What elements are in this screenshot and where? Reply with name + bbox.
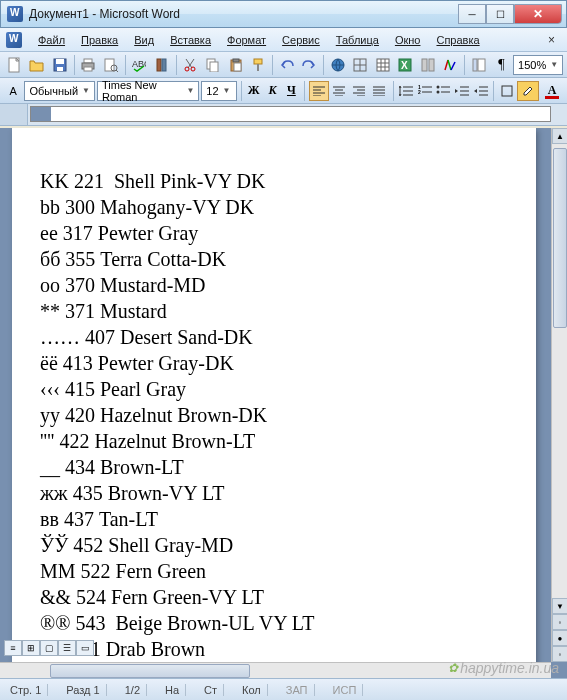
open-icon[interactable] xyxy=(27,54,49,76)
menu-view[interactable]: Вид xyxy=(126,31,162,49)
cut-icon[interactable] xyxy=(180,54,202,76)
borders-button[interactable] xyxy=(498,81,515,101)
menu-help[interactable]: Справка xyxy=(428,31,487,49)
bold-button[interactable]: Ж xyxy=(245,81,262,101)
excel-icon[interactable]: X xyxy=(394,54,416,76)
document-line[interactable]: …… 407 Desert Sand-DK xyxy=(40,324,508,350)
hscroll-thumb[interactable] xyxy=(50,664,250,678)
align-justify-button[interactable] xyxy=(369,81,389,101)
drawing-icon[interactable] xyxy=(439,54,461,76)
browse-object-button[interactable]: ● xyxy=(552,630,567,646)
document-close-button[interactable]: × xyxy=(542,33,561,47)
document-line[interactable]: вв 437 Tan-LT xyxy=(40,506,508,532)
document-line[interactable]: yy 420 Hazelnut Brown-DK xyxy=(40,402,508,428)
align-left-button[interactable] xyxy=(309,81,329,101)
align-right-button[interactable] xyxy=(349,81,369,101)
numbered-list-button[interactable]: 12 xyxy=(416,81,433,101)
print-layout-button[interactable]: ▢ xyxy=(40,640,58,656)
browse-prev-button[interactable]: ◦ xyxy=(552,614,567,630)
web-view-button[interactable]: ⊞ xyxy=(22,640,40,656)
menu-window[interactable]: Окно xyxy=(387,31,429,49)
columns-icon[interactable] xyxy=(417,54,439,76)
styles-icon[interactable]: A xyxy=(4,80,22,102)
new-document-icon[interactable] xyxy=(4,54,26,76)
format-painter-icon[interactable] xyxy=(247,54,269,76)
document-line[interactable]: && 524 Fern Green-VY LT xyxy=(40,584,508,610)
document-line[interactable]: ‹‹‹ 415 Pearl Gray xyxy=(40,376,508,402)
menu-table[interactable]: Таблица xyxy=(328,31,387,49)
status-section: Разд 1 xyxy=(60,684,106,696)
scroll-down-button[interactable]: ▼ xyxy=(552,598,567,614)
document-line[interactable]: ЎЎ 452 Shell Gray-MD xyxy=(40,532,508,558)
menu-insert[interactable]: Вставка xyxy=(162,31,219,49)
word-icon[interactable] xyxy=(6,32,22,48)
minimize-button[interactable]: ─ xyxy=(458,4,486,24)
font-color-button[interactable]: A xyxy=(541,81,563,101)
research-icon[interactable] xyxy=(151,54,173,76)
menu-format[interactable]: Формат xyxy=(219,31,274,49)
font-dropdown[interactable]: Times New Roman ▼ xyxy=(97,81,199,101)
separator xyxy=(176,55,177,75)
scroll-up-button[interactable]: ▲ xyxy=(552,128,567,144)
menu-edit[interactable]: Правка xyxy=(73,31,126,49)
document-page[interactable]: KK 221 Shell Pink-VY DKbb 300 Mahogany-V… xyxy=(12,128,536,662)
document-map-icon[interactable] xyxy=(468,54,490,76)
document-area: KK 221 Shell Pink-VY DKbb 300 Mahogany-V… xyxy=(0,128,567,678)
vertical-scrollbar[interactable]: ▲ ▼ ◦ ● ◦ xyxy=(551,128,567,662)
maximize-button[interactable]: ☐ xyxy=(486,4,514,24)
window-titlebar: Документ1 - Microsoft Word ─ ☐ ✕ xyxy=(0,0,567,28)
document-line[interactable]: ЭЭ 611 Drab Brown xyxy=(40,636,508,662)
copy-icon[interactable] xyxy=(202,54,224,76)
hyperlink-icon[interactable] xyxy=(327,54,349,76)
italic-button[interactable]: К xyxy=(264,81,281,101)
document-line[interactable]: bb 300 Mahogany-VY DK xyxy=(40,194,508,220)
ruler-area xyxy=(0,104,567,126)
zoom-dropdown[interactable]: 150% ▼ xyxy=(513,55,563,75)
horizontal-ruler[interactable] xyxy=(30,106,551,122)
print-icon[interactable] xyxy=(78,54,100,76)
normal-view-button[interactable]: ≡ xyxy=(4,640,22,656)
document-scroll[interactable]: KK 221 Shell Pink-VY DKbb 300 Mahogany-V… xyxy=(0,128,551,662)
underline-button[interactable]: Ч xyxy=(283,81,300,101)
svg-text:ABC: ABC xyxy=(132,59,146,69)
document-line[interactable]: ** 371 Mustard xyxy=(40,298,508,324)
spelling-icon[interactable]: ABC xyxy=(129,54,151,76)
tables-borders-icon[interactable] xyxy=(349,54,371,76)
reading-view-button[interactable]: ▭ xyxy=(76,640,94,656)
align-center-button[interactable] xyxy=(329,81,349,101)
bullet-list-button[interactable] xyxy=(435,81,452,101)
document-line[interactable]: '''' 422 Hazelnut Brown-LT xyxy=(40,428,508,454)
menu-file[interactable]: Файл xyxy=(30,31,73,49)
paste-icon[interactable] xyxy=(225,54,247,76)
menu-tools[interactable]: Сервис xyxy=(274,31,328,49)
document-line[interactable]: MM 522 Fern Green xyxy=(40,558,508,584)
decrease-indent-button[interactable] xyxy=(454,81,471,101)
document-line[interactable]: oo 370 Mustard-MD xyxy=(40,272,508,298)
zoom-value: 150% xyxy=(518,59,546,71)
redo-icon[interactable] xyxy=(298,54,320,76)
print-preview-icon[interactable] xyxy=(100,54,122,76)
font-size-dropdown[interactable]: 12 ▼ xyxy=(201,81,236,101)
insert-table-icon[interactable] xyxy=(372,54,394,76)
save-icon[interactable] xyxy=(49,54,71,76)
watermark-text: happytime.in.ua xyxy=(460,660,559,676)
increase-indent-button[interactable] xyxy=(473,81,490,101)
svg-rect-6 xyxy=(84,67,92,71)
close-button[interactable]: ✕ xyxy=(514,4,562,24)
style-dropdown[interactable]: Обычный ▼ xyxy=(24,81,95,101)
document-line[interactable]: жж 435 Brown-VY LT xyxy=(40,480,508,506)
svg-rect-16 xyxy=(210,62,218,72)
scroll-thumb[interactable] xyxy=(553,148,567,328)
document-line[interactable]: KK 221 Shell Pink-VY DK xyxy=(40,168,508,194)
show-formatting-icon[interactable]: ¶ xyxy=(491,54,513,76)
document-line[interactable]: __ 434 Brown-LT xyxy=(40,454,508,480)
svg-rect-3 xyxy=(57,67,63,71)
highlight-button[interactable] xyxy=(517,81,539,101)
document-line[interactable]: ee 317 Pewter Gray xyxy=(40,220,508,246)
line-spacing-button[interactable] xyxy=(397,81,414,101)
outline-view-button[interactable]: ☰ xyxy=(58,640,76,656)
document-line[interactable]: бб 355 Terra Cotta-DK xyxy=(40,246,508,272)
undo-icon[interactable] xyxy=(276,54,298,76)
document-line[interactable]: ®® 543 Beige Brown-UL VY LT xyxy=(40,610,508,636)
document-line[interactable]: ёё 413 Pewter Gray-DK xyxy=(40,350,508,376)
